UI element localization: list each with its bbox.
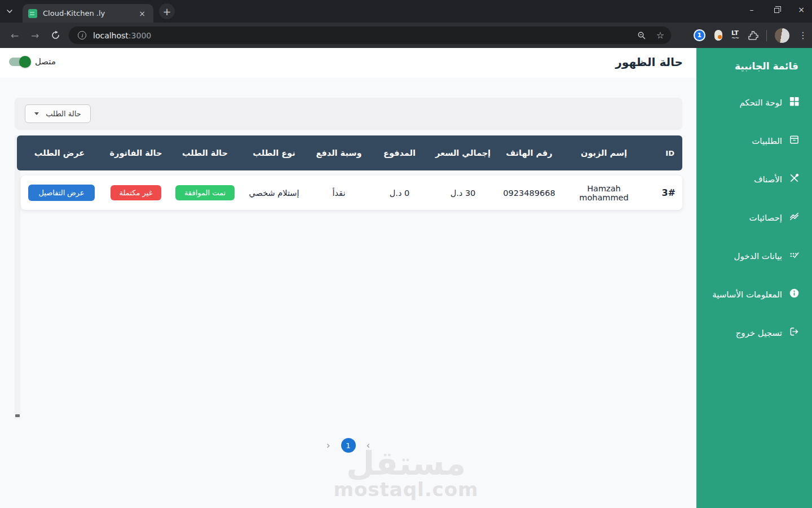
column-header-payment: وسبة الدفع [308,148,370,157]
logout-icon [789,326,800,339]
table-header-row: ID إسم الزبون رقم الهاتف إجمالي السعر ال… [17,135,682,170]
payment-method-cell: نقدأ [308,189,370,198]
extensions-puzzle-icon[interactable] [748,30,758,41]
profile-avatar[interactable] [775,28,789,43]
credentials-icon [789,249,800,262]
column-header-id: ID [646,149,682,157]
page-header: حالة الظهور متصل [0,48,696,78]
invoice-status-cell: غير مكتملة [102,185,170,200]
back-button[interactable]: ← [8,29,21,42]
column-header-phone: رقم الهاتف [497,148,562,157]
url-port: :3000 [129,31,151,40]
browser-toolbar: ← → i localhost:3000 ☆ 1 LT~~ ⋮ [0,23,812,48]
view-order-cell: عرض التفاصيل [21,185,102,201]
table-scrollbar[interactable] [15,135,20,419]
sidebar-item-label: إحصائيات [749,213,782,223]
tab-title: Cloud-Kitchen .ly [43,9,136,17]
chevron-down-icon [34,112,39,115]
onepassword-extension-icon[interactable]: 1 [694,29,705,41]
column-header-order-type: نوع الطلب [240,148,308,157]
categories-utensils-icon [789,173,800,186]
bookmark-star-icon[interactable]: ☆ [656,30,664,41]
site-favicon-icon [28,9,37,18]
column-header-customer: إسم الزبون [562,148,646,157]
sidebar-item-label: تسجيل خروج [736,328,782,338]
dashboard-icon [789,96,800,109]
zoom-magnifier-icon[interactable] [637,31,646,40]
window-controls: – × [745,3,807,16]
sidebar-item-categories[interactable]: الأصناف [696,166,812,192]
languagetool-extension-icon[interactable]: LT~~ [731,31,739,40]
column-header-invoice-status: حالة الفاتورة [102,148,170,157]
minimize-button[interactable]: – [745,3,758,16]
orders-icon [789,134,800,147]
info-icon [789,288,800,301]
sidebar-item-orders[interactable]: الطلبيات [696,128,812,154]
forward-button[interactable]: → [28,29,42,42]
sidebar-item-credentials[interactable]: بيانات الدخول [696,243,812,269]
sidebar-item-basic-info[interactable]: المعلومات الأساسية [696,281,812,308]
pagination-next-chevron-icon[interactable]: › [326,441,330,450]
online-toggle[interactable] [9,58,29,66]
address-bar[interactable]: i localhost:3000 ☆ [69,27,671,44]
tab-search-chevron-icon[interactable] [6,7,17,16]
page-info-icon[interactable]: i [78,31,86,40]
restore-icon [774,8,779,13]
invoice-status-badge: غير مكتملة [111,185,162,200]
reload-button[interactable] [48,29,62,42]
sidebar-title: قائمة الجانبية [696,48,812,77]
restore-button[interactable] [770,3,783,16]
sidebar-item-label: الطلبيات [752,136,782,146]
column-header-order-status: حالة الطلب [170,148,240,157]
close-window-button[interactable]: × [795,3,807,16]
pagination: › 1 ‹ [0,438,696,453]
toolbar-separator [766,30,767,41]
order-id-cell: 3# [646,187,682,198]
table-row: 3# Hamzah mohammed 0923489668 30 د.ل 0 د… [21,176,682,210]
sidebar-item-dashboard[interactable]: لوحة التحكم [696,89,812,116]
order-status-badge: تمت الموافقة [175,185,235,200]
browser-menu-kebab-icon[interactable]: ⋮ [794,30,812,41]
sidebar: قائمة الجانبية لوحة التحكم الطلبيات الأص… [696,48,812,508]
sidebar-item-label: لوحة التحكم [739,98,782,108]
sidebar-item-logout[interactable]: تسجيل خروج [696,319,812,346]
total-price-cell: 30 د.ل [429,189,497,198]
filter-bar: حالة الطلب [15,98,682,130]
browser-tab-strip: Cloud-Kitchen .ly × + – × [0,0,812,23]
column-header-total: إجمالي السعر [429,148,497,157]
statistics-icon [789,211,800,224]
new-tab-button[interactable]: + [159,3,175,19]
column-header-view-order: عرض الطلب [17,148,102,157]
sidebar-item-label: الأصناف [754,174,782,185]
column-header-paid: المدفوع [370,148,429,157]
extensions-area: 1 LT~~ ⋮ [689,23,812,48]
browser-tab[interactable]: Cloud-Kitchen .ly × [23,4,153,23]
phone-cell: 0923489668 [497,189,562,198]
sidebar-item-label: بيانات الدخول [734,251,782,261]
online-toggle-label: متصل [35,56,56,67]
sidebar-item-label: المعلومات الأساسية [712,290,782,300]
orange-dot-extension-icon[interactable] [714,30,722,41]
page-title: حالة الظهور [615,55,683,69]
view-details-button[interactable]: عرض التفاصيل [28,185,94,201]
pagination-prev-chevron-icon[interactable]: ‹ [367,441,370,450]
main-content: حالة الظهور متصل حالة الطلب ID إسم الزبو… [0,48,696,508]
online-toggle-group: متصل [9,56,56,67]
order-type-cell: إستلام شخصي [240,189,308,198]
sidebar-item-statistics[interactable]: إحصائيات [696,204,812,231]
order-status-cell: تمت الموافقة [170,185,240,200]
scrollbar-thumb[interactable] [15,414,20,417]
paid-amount-cell: 0 د.ل [370,189,429,198]
toggle-knob-icon [19,56,31,68]
customer-name-cell: Hamzah mohammed [562,184,646,202]
order-status-filter-select[interactable]: حالة الطلب [25,104,91,123]
pagination-page-1[interactable]: 1 [341,438,356,453]
tab-close-icon[interactable]: × [136,9,148,18]
url-host: localhost [93,31,129,40]
filter-select-label: حالة الطلب [46,110,81,118]
